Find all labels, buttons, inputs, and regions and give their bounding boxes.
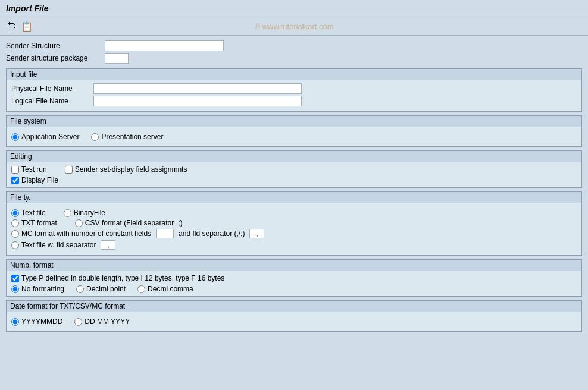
deciml-point-radio[interactable] xyxy=(76,285,84,293)
logical-file-input[interactable] xyxy=(93,96,302,106)
type-p-option[interactable]: Type P defined in double length, type I … xyxy=(11,274,224,282)
logical-file-row: Logical File Name xyxy=(11,96,577,106)
editing-label: Editing xyxy=(10,152,32,161)
text-fld-sep-option[interactable]: Text file w. fld separator xyxy=(11,241,96,249)
dd-mm-yyyy-label: DD MM YYYY xyxy=(85,317,130,326)
input-file-section: Input file Physical File Name Logical Fi… xyxy=(6,68,582,112)
decml-comma-label: Decml comma xyxy=(148,285,193,293)
txt-format-label: TXT format xyxy=(21,219,57,227)
text-fld-sep-radio[interactable] xyxy=(11,241,19,249)
file-system-radio-group: Application Server Presentation server xyxy=(11,130,577,143)
yyyymmdd-option[interactable]: YYYYMMDD xyxy=(11,317,62,326)
file-system-header: File system xyxy=(7,116,581,127)
sender-set-checkbox[interactable] xyxy=(65,166,73,174)
watermark: © www.tutorialkart.com xyxy=(254,22,333,31)
numb-checkbox-row: Type P defined in double length, type I … xyxy=(11,274,577,282)
csv-format-radio[interactable] xyxy=(75,219,83,227)
editing-header: Editing xyxy=(7,151,581,162)
binary-file-label: BinaryFile xyxy=(74,209,105,217)
sender-structure-input[interactable] xyxy=(105,40,224,51)
logical-file-label: Logical File Name xyxy=(11,97,89,105)
sender-set-label: Sender set-display field assignmnts xyxy=(75,165,187,174)
dd-mm-yyyy-option[interactable]: DD MM YYYY xyxy=(74,317,130,326)
date-format-body: YYYYMMDD DD MM YYYY xyxy=(7,312,581,331)
text-file-option[interactable]: Text file xyxy=(11,209,46,217)
numb-radio-row: No formatting Deciml point Decml comma xyxy=(11,285,577,293)
display-file-label: Display File xyxy=(21,176,58,184)
txt-format-option[interactable]: TXT format xyxy=(11,219,57,227)
sender-set-option[interactable]: Sender set-display field assignmnts xyxy=(65,165,187,174)
sender-structure-label: Sender Structure xyxy=(6,42,101,50)
decml-comma-radio[interactable] xyxy=(137,285,145,293)
test-run-checkbox[interactable] xyxy=(11,166,19,174)
no-formatting-label: No formatting xyxy=(21,285,64,293)
application-server-label: Application Server xyxy=(21,133,79,141)
physical-file-input[interactable] xyxy=(93,83,302,94)
editing-row2: Display File xyxy=(11,176,577,184)
type-p-label: Type P defined in double length, type I … xyxy=(21,274,224,282)
text-file-label: Text file xyxy=(21,209,46,217)
date-format-label: Date format for TXT/CSV/MC format xyxy=(10,302,125,310)
no-formatting-radio[interactable] xyxy=(11,285,19,293)
presentation-server-radio[interactable] xyxy=(91,133,99,141)
input-file-header: Input file xyxy=(7,69,581,80)
binary-file-option[interactable]: BinaryFile xyxy=(64,209,105,217)
type-p-checkbox[interactable] xyxy=(11,275,19,282)
dd-mm-yyyy-radio[interactable] xyxy=(74,318,82,326)
text-fld-sep-input[interactable] xyxy=(101,240,115,250)
csv-format-option[interactable]: CSV format (Field separator=;) xyxy=(75,219,183,227)
csv-format-label: CSV format (Field separator=;) xyxy=(85,219,183,227)
toolbar: ⮌ 📋 © www.tutorialkart.com xyxy=(0,17,588,36)
deciml-point-option[interactable]: Deciml point xyxy=(76,285,126,293)
mc-and-label: and fld separator (,/;) xyxy=(179,229,245,238)
mc-format-option[interactable]: MC format with number of constant fields xyxy=(11,229,151,238)
top-fields: Sender Structure Sender structure packag… xyxy=(6,40,582,64)
binary-file-radio[interactable] xyxy=(64,209,71,217)
test-run-option[interactable]: Test run xyxy=(11,165,47,174)
sender-package-input[interactable] xyxy=(105,53,129,64)
file-system-section: File system Application Server Presentat… xyxy=(6,115,582,147)
sender-package-row: Sender structure package xyxy=(6,53,582,64)
page-title: Import File xyxy=(6,4,49,13)
mc-format-radio[interactable] xyxy=(11,230,19,238)
numb-format-label: Numb. format xyxy=(10,261,54,269)
numb-format-header: Numb. format xyxy=(7,260,581,271)
presentation-server-option[interactable]: Presentation server xyxy=(91,133,163,141)
yyyymmdd-radio[interactable] xyxy=(11,318,19,326)
no-formatting-option[interactable]: No formatting xyxy=(11,285,64,293)
numb-format-body: Type P defined in double length, type I … xyxy=(7,271,581,296)
text-fld-sep-label: Text file w. fld separator xyxy=(21,241,96,249)
file-system-body: Application Server Presentation server xyxy=(7,127,581,146)
txt-format-radio[interactable] xyxy=(11,219,19,227)
editing-body: Test run Sender set-display field assign… xyxy=(7,162,581,187)
date-format-section: Date format for TXT/CSV/MC format YYYYMM… xyxy=(6,300,582,332)
filety-grid: Text file BinaryFile TXT format CSV form… xyxy=(11,206,577,252)
application-server-option[interactable]: Application Server xyxy=(11,133,79,141)
clipboard-icon[interactable]: 📋 xyxy=(20,20,33,33)
filety-row1: Text file BinaryFile xyxy=(11,209,577,217)
text-fld-sep-row: Text file w. fld separator xyxy=(11,240,577,250)
file-type-header: File ty. xyxy=(7,192,581,203)
input-file-label: Input file xyxy=(10,70,37,78)
text-file-radio[interactable] xyxy=(11,209,19,217)
mc-format-label: MC format with number of constant fields xyxy=(21,229,151,238)
application-server-radio[interactable] xyxy=(11,133,19,141)
mc-format-row: MC format with number of constant fields… xyxy=(11,229,577,238)
back-icon[interactable]: ⮌ xyxy=(5,20,18,33)
mc-sep-input[interactable] xyxy=(249,229,264,238)
title-bar: Import File xyxy=(0,0,588,17)
display-file-checkbox[interactable] xyxy=(11,177,19,184)
file-type-section: File ty. Text file BinaryFile xyxy=(6,191,582,256)
date-radio-row: YYYYMMDD DD MM YYYY xyxy=(11,315,577,328)
mc-fields-input[interactable] xyxy=(156,229,174,238)
deciml-point-label: Deciml point xyxy=(86,285,126,293)
filety-row2: TXT format CSV format (Field separator=;… xyxy=(11,219,577,227)
file-system-label: File system xyxy=(10,117,46,125)
editing-row1: Test run Sender set-display field assign… xyxy=(11,165,577,174)
input-file-body: Physical File Name Logical File Name xyxy=(7,80,581,111)
decml-comma-option[interactable]: Decml comma xyxy=(137,285,193,293)
date-format-header: Date format for TXT/CSV/MC format xyxy=(7,301,581,312)
sender-structure-row: Sender Structure xyxy=(6,40,582,51)
display-file-option[interactable]: Display File xyxy=(11,176,58,184)
file-type-label: File ty. xyxy=(10,193,30,202)
